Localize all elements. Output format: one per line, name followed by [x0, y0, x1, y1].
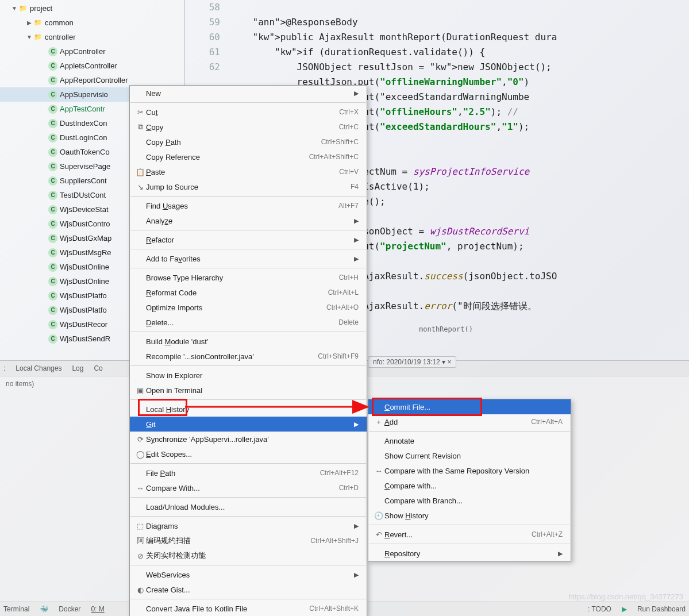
menu-item[interactable]: ▣Open in Terminal: [130, 383, 367, 398]
git-submenu[interactable]: Commit File...+AddCtrl+Alt+AAnnotateShow…: [368, 399, 571, 561]
menu-item-shortcut: Ctrl+Alt+Shift+K: [309, 605, 359, 613]
menu-item-label: Add: [384, 418, 531, 426]
folder-icon: 📁: [33, 33, 43, 42]
menu-item-shortcut: Ctrl+Alt+O: [326, 303, 359, 311]
menu-item[interactable]: ⬚Diagrams▶: [130, 518, 367, 533]
menu-item[interactable]: ↔Compare With...Ctrl+D: [130, 480, 367, 495]
menu-item-shortcut: Ctrl+Alt+A: [531, 418, 563, 426]
class-icon: C: [48, 47, 57, 56]
menu-item-label: File Path: [146, 469, 320, 478]
menu-item[interactable]: ⧉CopyCtrl+C: [130, 120, 367, 134]
menu-item-label: Load/Unload Modules...: [146, 503, 359, 511]
menu-item[interactable]: Show Current Revision: [368, 448, 571, 463]
menu-item[interactable]: Local History▶: [130, 402, 367, 417]
menu-item[interactable]: ◐Create Gist...: [130, 582, 367, 597]
panel-tab[interactable]: Co: [94, 364, 102, 372]
tree-folder-common[interactable]: ▶ 📁 common: [0, 16, 184, 30]
↔-icon: ↔: [373, 467, 384, 475]
menu-item[interactable]: ⊘关闭实时检测功能: [130, 548, 367, 563]
menu-item-shortcut: Alt+F7: [338, 202, 359, 210]
menu-item[interactable]: 📋PasteCtrl+V: [130, 164, 367, 179]
menu-item[interactable]: ⟳Synchronize 'AppSupervi...roller.java': [130, 432, 367, 446]
menu-item-label: Edit Scopes...: [146, 450, 359, 459]
menu-item-label: Diagrams: [146, 522, 354, 530]
status-docker[interactable]: Docker: [59, 605, 80, 613]
menu-item[interactable]: ↘Jump to SourceF4: [130, 179, 367, 194]
tree-file[interactable]: CAppController: [0, 44, 184, 59]
menu-item[interactable]: Convert Java File to Kotlin FileCtrl+Alt…: [130, 601, 367, 616]
📋-icon: 📋: [134, 168, 146, 176]
menu-item[interactable]: Refactor▶: [130, 232, 367, 247]
menu-item-label: Commit File...: [384, 403, 563, 411]
menu-item[interactable]: Analyze▶: [130, 213, 367, 228]
chevron-right-icon: ▶: [354, 406, 359, 413]
tree-label: project: [30, 4, 52, 13]
↘-icon: ↘: [134, 183, 146, 191]
menu-item[interactable]: Compare with Branch...: [368, 493, 571, 508]
menu-item[interactable]: 阿编码规约扫描Ctrl+Alt+Shift+J: [130, 533, 367, 548]
menu-item[interactable]: Copy PathCtrl+Shift+C: [130, 134, 367, 149]
menu-item[interactable]: Add to Favorites▶: [130, 251, 367, 266]
tree-file[interactable]: CAppletsController: [0, 59, 184, 73]
menu-item[interactable]: Optimize ImportsCtrl+Alt+O: [130, 300, 367, 315]
class-icon: C: [48, 334, 57, 344]
menu-item[interactable]: Annotate: [368, 433, 571, 448]
notification-chip[interactable]: nfo: 2020/10/19 13:12 ▾ ×: [368, 356, 456, 368]
menu-item-label: Cut: [146, 108, 339, 117]
menu-item-label: Create Gist...: [146, 586, 359, 594]
menu-item[interactable]: +AddCtrl+Alt+A: [368, 414, 571, 429]
context-menu[interactable]: New▶✂CutCtrl+X⧉CopyCtrl+CCopy PathCtrl+S…: [129, 85, 367, 616]
menu-item[interactable]: ↶Revert...Ctrl+Alt+Z: [368, 527, 571, 542]
menu-item[interactable]: Repository▶: [368, 546, 571, 561]
menu-item[interactable]: Show in Explorer: [130, 368, 367, 383]
status-terminal[interactable]: Terminal: [3, 605, 29, 613]
menu-item[interactable]: File PathCtrl+Alt+F12: [130, 465, 367, 480]
menu-item[interactable]: ↔Compare with the Same Repository Versio…: [368, 463, 571, 478]
panel-tab-local-changes[interactable]: Local Changes: [16, 364, 61, 372]
tree-folder-controller[interactable]: ▼ 📁 controller: [0, 30, 184, 44]
menu-item[interactable]: Git▶: [130, 417, 367, 432]
panel-tab[interactable]: :: [3, 364, 5, 372]
menu-item-label: Copy: [146, 123, 339, 132]
+-icon: +: [373, 418, 384, 426]
menu-item[interactable]: Recompile '...sionController.java'Ctrl+S…: [130, 349, 367, 364]
menu-item-label: Add to Favorites: [146, 255, 354, 263]
menu-item-label: Browse Type Hierarchy: [146, 274, 339, 282]
menu-item[interactable]: ◯Edit Scopes...: [130, 446, 367, 461]
menu-item[interactable]: Delete...Delete: [130, 315, 367, 330]
class-icon: C: [48, 76, 57, 85]
menu-item-shortcut: F4: [351, 183, 359, 191]
menu-item[interactable]: Find UsagesAlt+F7: [130, 198, 367, 213]
status-run-dashboard[interactable]: Run Dashboard: [637, 605, 686, 613]
tree-label: WjsDustGxMap: [60, 234, 111, 242]
class-icon: C: [48, 191, 57, 200]
menu-item[interactable]: Compare with...: [368, 478, 571, 493]
menu-item[interactable]: 🕘Show History: [368, 508, 571, 523]
panel-tab-log[interactable]: Log: [72, 364, 83, 372]
class-icon: C: [48, 320, 57, 329]
editor-breadcrumb[interactable]: monthReport(): [414, 322, 689, 334]
menu-item-label: Delete...: [146, 318, 338, 327]
status-messages[interactable]: 0: M: [91, 605, 104, 613]
tree-folder-project[interactable]: ▼ 📁 project: [0, 1, 184, 16]
chevron-right-icon: ▶: [354, 236, 359, 244]
menu-item[interactable]: Copy ReferenceCtrl+Alt+Shift+C: [130, 149, 367, 164]
menu-item-label: Reformat Code: [146, 288, 328, 297]
menu-item[interactable]: Build Module 'dust': [130, 334, 367, 349]
menu-item[interactable]: New▶: [130, 86, 367, 101]
menu-item[interactable]: Load/Unload Modules...: [130, 499, 367, 514]
menu-item[interactable]: Browse Type HierarchyCtrl+H: [130, 270, 367, 285]
tree-label: WjsDeviceStat: [60, 205, 109, 214]
menu-item-shortcut: Ctrl+H: [339, 274, 359, 282]
menu-item[interactable]: WebServices▶: [130, 567, 367, 582]
class-icon: C: [48, 162, 57, 171]
menu-item-label: Git: [146, 420, 354, 429]
class-icon: C: [48, 61, 57, 71]
menu-item[interactable]: Commit File...: [368, 399, 571, 414]
panel-empty-text: no items): [6, 380, 34, 388]
status-todo[interactable]: : TODO: [588, 605, 611, 613]
class-icon: C: [48, 291, 57, 301]
menu-item[interactable]: ✂CutCtrl+X: [130, 105, 367, 120]
menu-item[interactable]: Reformat CodeCtrl+Alt+L: [130, 285, 367, 300]
folder-icon: 📁: [18, 4, 28, 13]
